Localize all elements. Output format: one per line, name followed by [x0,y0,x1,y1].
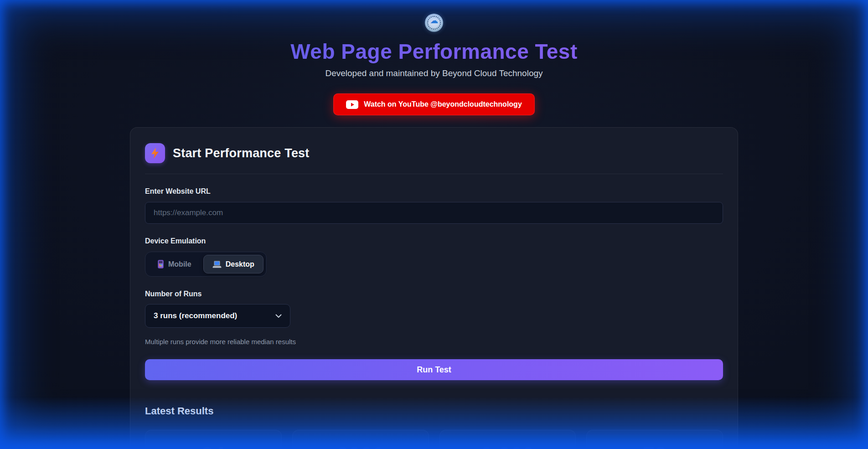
stat-value: 2061 [336,442,384,449]
card-title: Start Performance Test [173,146,310,160]
device-option-mobile-label: Mobile [168,260,191,268]
hero-header: Web Page Performance Test Developed and … [130,14,738,78]
stat-value: 84 [202,442,225,449]
stat-card: 0.000 [439,430,576,449]
stat-card: 84 [145,430,282,449]
youtube-button[interactable]: Watch on YouTube @beyondcloudtechnology [333,93,535,115]
device-toggle: Mobile Desktop [145,252,267,277]
youtube-button-row: Watch on YouTube @beyondcloudtechnology [130,93,738,115]
runs-help-text: Multiple runs provide more reliable medi… [145,338,723,346]
header-divider [145,174,723,174]
mobile-phone-icon [157,260,164,268]
latest-results-heading: Latest Results [145,405,723,417]
stat-card: 78 [586,430,723,449]
chevron-down-icon [275,314,282,318]
zap-icon [145,143,165,163]
device-option-desktop-label: Desktop [226,260,254,268]
runs-label: Number of Runs [145,290,723,298]
stat-card: 2061 [292,430,429,449]
device-option-mobile[interactable]: Mobile [148,255,201,274]
run-test-button[interactable]: Run Test [145,359,723,380]
laptop-icon [212,261,222,268]
brand-logo [425,14,443,32]
device-emulation-label: Device Emulation [145,237,723,245]
url-label: Enter Website URL [145,187,723,196]
page-subtitle: Developed and maintained by Beyond Cloud… [130,68,738,78]
stat-value: 78 [643,442,666,449]
stat-value: 0.000 [481,442,535,449]
stats-grid: 84 2061 0.000 78 [145,430,723,449]
page-title: Web Page Performance Test [130,39,738,64]
page-container: Web Page Performance Test Developed and … [130,0,738,449]
card-header: Start Performance Test [145,143,723,163]
youtube-play-icon [346,100,358,109]
youtube-button-label: Watch on YouTube @beyondcloudtechnology [364,100,522,108]
performance-test-card: Start Performance Test Enter Website URL… [130,127,738,449]
url-input[interactable] [145,202,723,224]
runs-select[interactable]: 3 runs (recommended) [145,304,290,328]
device-option-desktop[interactable]: Desktop [203,255,264,274]
runs-select-value: 3 runs (recommended) [154,311,237,320]
